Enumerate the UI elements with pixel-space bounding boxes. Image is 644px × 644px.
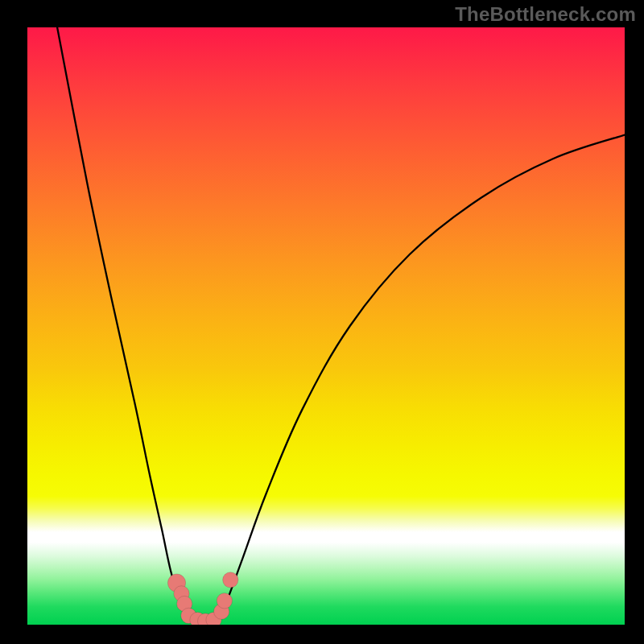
- plot-area: [27, 27, 625, 625]
- chart-frame: TheBottleneck.com: [0, 0, 644, 644]
- marker-dot: [217, 593, 232, 609]
- chart-canvas: [27, 27, 625, 625]
- watermark-label: TheBottleneck.com: [455, 3, 636, 26]
- marker-dot: [223, 572, 238, 588]
